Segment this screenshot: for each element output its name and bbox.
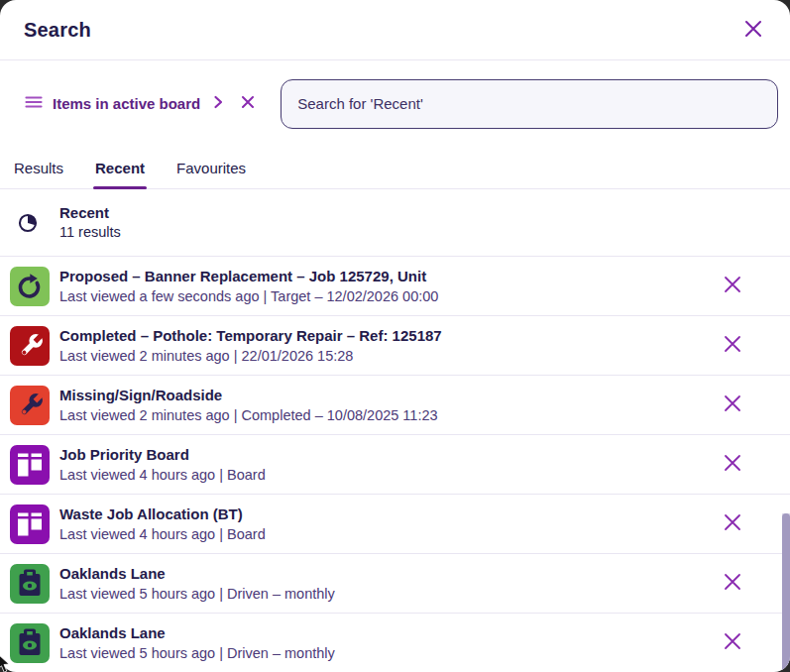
item-title: Waste Job Allocation (BT) <box>59 504 717 524</box>
search-modal: Search Items in active board Results Re <box>0 0 790 672</box>
wrench-icon <box>10 326 50 366</box>
scrollbar-thumb[interactable] <box>782 513 790 672</box>
section-title: Recent <box>59 203 121 223</box>
close-icon <box>723 342 742 357</box>
close-icon <box>723 401 742 416</box>
list-item[interactable]: Proposed – Banner Replacement – Job 1257… <box>0 257 790 316</box>
item-subtitle: Last viewed 5 hours ago | Driven – month… <box>59 643 717 663</box>
item-subtitle: Last viewed a few seconds ago | Target –… <box>59 286 717 306</box>
section-result-count: 11 results <box>59 223 121 243</box>
scrollbar-track <box>782 513 790 672</box>
close-icon <box>723 639 742 654</box>
board-icon <box>10 504 50 544</box>
remove-recent-item-button[interactable] <box>717 566 748 601</box>
recent-section-header: Recent 11 results <box>0 189 790 257</box>
close-modal-button[interactable] <box>738 14 768 47</box>
hamburger-icon <box>24 92 44 115</box>
remove-recent-item-button[interactable] <box>717 269 748 303</box>
recent-list: Proposed – Banner Replacement – Job 1257… <box>0 257 790 672</box>
item-title: Oaklands Lane <box>59 622 717 643</box>
item-title: Missing/Sign/Roadside <box>59 385 717 405</box>
filter-search-row: Items in active board <box>0 60 790 147</box>
refresh-icon <box>10 267 50 306</box>
item-title: Completed – Pothole: Temporary Repair – … <box>59 325 717 346</box>
board-icon <box>10 445 50 485</box>
item-subtitle: Last viewed 5 hours ago | Driven – month… <box>59 584 717 604</box>
list-item[interactable]: Completed – Pothole: Temporary Repair – … <box>0 316 790 376</box>
item-title: Proposed – Banner Replacement – Job 1257… <box>59 266 717 286</box>
filter-label: Items in active board <box>53 95 200 112</box>
close-icon <box>241 95 255 112</box>
remove-recent-item-button[interactable] <box>717 625 748 660</box>
item-title: Job Priority Board <box>59 444 717 465</box>
tab-favourites[interactable]: Favourites <box>174 147 248 188</box>
recent-pie-icon <box>14 209 42 237</box>
close-icon <box>742 18 764 43</box>
item-subtitle: Last viewed 4 hours ago | Board <box>59 465 717 485</box>
tab-recent[interactable]: Recent <box>93 147 147 188</box>
list-item[interactable]: Missing/Sign/Roadside Last viewed 2 minu… <box>0 376 790 435</box>
remove-recent-item-button[interactable] <box>717 447 748 482</box>
list-item[interactable]: Waste Job Allocation (BT) Last viewed 4 … <box>0 495 790 554</box>
modal-header: Search <box>0 0 790 60</box>
active-board-filter-chip[interactable]: Items in active board <box>24 92 227 115</box>
list-item[interactable]: Oaklands Lane Last viewed 5 hours ago | … <box>0 614 790 672</box>
list-item[interactable]: Oaklands Lane Last viewed 5 hours ago | … <box>0 554 790 614</box>
clipboard-eye-icon <box>10 564 50 604</box>
tab-bar: Results Recent Favourites <box>0 147 790 189</box>
remove-recent-item-button[interactable] <box>717 506 748 541</box>
close-icon <box>723 520 742 535</box>
close-icon <box>723 580 742 595</box>
remove-filter-button[interactable] <box>237 91 259 116</box>
tab-results[interactable]: Results <box>12 147 65 188</box>
remove-recent-item-button[interactable] <box>717 328 748 363</box>
chevron-right-icon <box>209 93 227 114</box>
item-title: Oaklands Lane <box>59 563 717 584</box>
item-subtitle: Last viewed 2 minutes ago | Completed – … <box>59 405 717 425</box>
item-subtitle: Last viewed 4 hours ago | Board <box>59 524 717 544</box>
item-subtitle: Last viewed 2 minutes ago | 22/01/2026 1… <box>59 346 717 366</box>
list-item[interactable]: Job Priority Board Last viewed 4 hours a… <box>0 435 790 495</box>
close-icon <box>723 282 742 297</box>
remove-recent-item-button[interactable] <box>717 388 748 422</box>
clipboard-eye-icon <box>10 623 50 663</box>
close-icon <box>723 461 742 476</box>
search-input[interactable] <box>281 79 778 129</box>
wrench-icon <box>10 386 50 425</box>
modal-title: Search <box>24 19 91 42</box>
